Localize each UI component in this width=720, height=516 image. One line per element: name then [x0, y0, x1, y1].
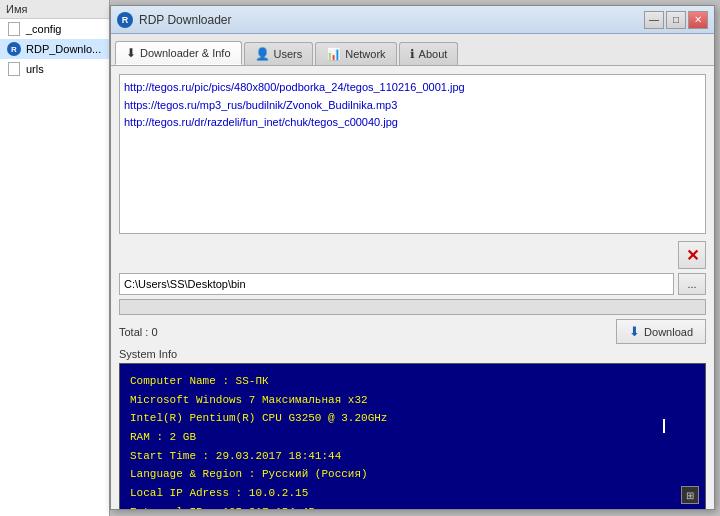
downloader-tab-icon: ⬇ [126, 46, 136, 60]
window-controls: — □ ✕ [644, 11, 708, 29]
progress-bar [119, 299, 706, 315]
sysinfo-line-7: External IP : 195.217.154.45 [130, 503, 695, 509]
sysinfo-line-4: Start Time : 29.03.2017 18:41:44 [130, 447, 695, 466]
path-row: ... [119, 273, 706, 295]
sysinfo-section: System Info Computer Name : SS-ПК Micros… [119, 348, 706, 509]
total-row: Total : 0 ⬇ Download [119, 319, 706, 344]
tab-downloader[interactable]: ⬇ Downloader & Info [115, 41, 242, 65]
tree-item-urls[interactable]: urls [0, 59, 109, 79]
network-tab-icon: 📊 [326, 47, 341, 61]
sysinfo-line-1: Microsoft Windows 7 Максимальная x32 [130, 391, 695, 410]
tree-item-label: RDP_Downlo... [26, 43, 101, 55]
window-title: RDP Downloader [139, 13, 232, 27]
url-textarea[interactable] [119, 74, 706, 234]
tree-item-rdp[interactable]: R RDP_Downlo... [0, 39, 109, 59]
maximize-button[interactable]: □ [666, 11, 686, 29]
main-window: R RDP Downloader — □ ✕ ⬇ Downloader & In… [110, 5, 715, 510]
about-tab-label: About [419, 48, 448, 60]
sysinfo-line-3: RAM : 2 GB [130, 428, 695, 447]
title-bar: R RDP Downloader — □ ✕ [111, 6, 714, 34]
sysinfo-line-0: Computer Name : SS-ПК [130, 372, 695, 391]
tree-item-label: urls [26, 63, 44, 75]
sysinfo-line-5: Language & Region : Русский (Россия) [130, 465, 695, 484]
download-icon: ⬇ [629, 324, 640, 339]
users-tab-label: Users [274, 48, 303, 60]
download-button[interactable]: ⬇ Download [616, 319, 706, 344]
cursor-block [663, 419, 665, 433]
delete-button[interactable]: ✕ [678, 241, 706, 269]
about-tab-icon: ℹ [410, 47, 415, 61]
browse-button[interactable]: ... [678, 273, 706, 295]
sysinfo-label: System Info [119, 348, 706, 360]
tab-users[interactable]: 👤 Users [244, 42, 314, 65]
network-tab-label: Network [345, 48, 385, 60]
users-tab-icon: 👤 [255, 47, 270, 61]
tab-about[interactable]: ℹ About [399, 42, 459, 65]
sysinfo-line-2: Intel(R) Pentium(R) CPU G3250 @ 3.20GHz [130, 409, 695, 428]
doc-icon [6, 21, 22, 37]
window-icon: R [117, 12, 133, 28]
content-area: ✕ ... Total : 0 ⬇ Download System Info C… [111, 66, 714, 509]
rdp-icon: R [6, 41, 22, 57]
downloader-tab-label: Downloader & Info [140, 47, 231, 59]
sysinfo-terminal: Computer Name : SS-ПК Microsoft Windows … [119, 363, 706, 509]
minimize-button[interactable]: — [644, 11, 664, 29]
delete-icon: ✕ [686, 246, 699, 265]
delete-btn-row: ✕ [119, 241, 706, 269]
close-button[interactable]: ✕ [688, 11, 708, 29]
tree-item-config[interactable]: _config [0, 19, 109, 39]
path-input[interactable] [119, 273, 674, 295]
tab-network[interactable]: 📊 Network [315, 42, 396, 65]
file-tree-header: Имя [0, 0, 109, 19]
tab-bar: ⬇ Downloader & Info 👤 Users 📊 Network ℹ … [111, 34, 714, 66]
file-tree-panel: Имя _config R RDP_Downlo... urls [0, 0, 110, 516]
terminal-icon: ⊞ [681, 486, 699, 504]
title-bar-left: R RDP Downloader [117, 12, 232, 28]
download-label: Download [644, 326, 693, 338]
total-label: Total : 0 [119, 326, 158, 338]
urls-icon [6, 61, 22, 77]
sysinfo-line-6: Local IP Adress : 10.0.2.15 [130, 484, 695, 503]
tree-item-label: _config [26, 23, 61, 35]
